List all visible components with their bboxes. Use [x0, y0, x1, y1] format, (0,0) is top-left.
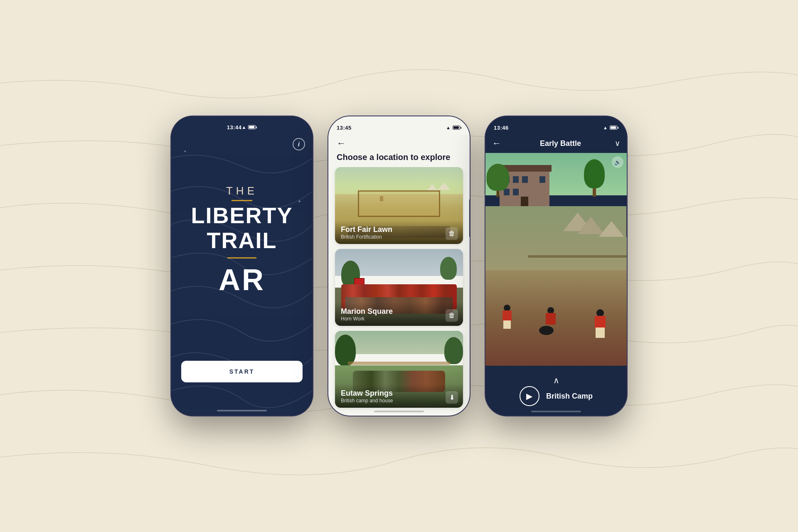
wifi-icon-3: ▲	[603, 125, 608, 130]
sound-symbol: 🔊	[614, 159, 621, 165]
star-5: ·	[295, 391, 296, 394]
ar-midground	[485, 206, 627, 281]
back-button-3[interactable]: ←	[492, 138, 501, 149]
ar-nav-title: Early Battle	[506, 139, 615, 148]
fort-structure	[358, 190, 440, 217]
phone-1-status-bar: 13:44 ▲	[219, 116, 266, 135]
window-6	[513, 189, 519, 195]
phone-3-content: 13:46 ▲ ← Early Battle ∨	[485, 116, 627, 416]
home-indicator-3	[531, 411, 581, 412]
notch-2	[372, 116, 426, 129]
eutaw-card-overlay: Eutaw Springs British camp and house	[335, 384, 463, 408]
phone-1-content: 13:44 ▲ i ✦ · ★ ✦	[171, 116, 313, 416]
back-row: ←	[337, 138, 461, 149]
battery-icon-3	[610, 126, 618, 130]
ar-soldier-2	[539, 307, 562, 340]
sound-icon[interactable]: 🔊	[612, 156, 623, 168]
ar-nav-bar: ← Early Battle ∨	[485, 135, 627, 152]
wifi-icon-2: ▲	[446, 125, 451, 130]
star-2: ·	[180, 183, 181, 187]
battery-icon	[248, 125, 257, 129]
phone-1-status-icons: ▲	[241, 125, 257, 130]
window-4	[539, 176, 545, 183]
location-card-eutaw[interactable]: Eutaw Springs British camp and house ⬇	[335, 331, 463, 408]
eutaw-tree-1	[335, 335, 356, 366]
play-button[interactable]: ▶	[520, 386, 539, 406]
back-button-2[interactable]: ←	[337, 138, 346, 149]
star-3: ★	[298, 200, 301, 203]
tree-foliage	[584, 159, 605, 188]
location-card-fort[interactable]: Fort Fair Lawn British Fortification 🗑	[335, 167, 463, 244]
legs-1	[503, 320, 511, 329]
marion-card-action[interactable]: 🗑	[446, 309, 458, 322]
phone-1: 13:44 ▲ i ✦ · ★ ✦	[171, 116, 313, 416]
fort-card-overlay: Fort Fair Lawn British Fortification	[335, 220, 463, 244]
body-2	[546, 313, 556, 325]
phone-2: 13:45 ▲ ← Choose a location to explore	[328, 116, 470, 416]
phone-1-time: 13:44	[227, 124, 242, 131]
fort-card-subtitle: British Fortification	[341, 234, 457, 240]
ar-bottom-bar: ∧ ▶ British Camp	[485, 366, 627, 416]
topo-bg	[171, 116, 313, 416]
star-4: ✦	[185, 374, 187, 378]
location-card-marion[interactable]: Marion Square Horn Work 🗑	[335, 249, 463, 326]
fort-card-action[interactable]: 🗑	[446, 227, 458, 240]
phone-3: 13:46 ▲ ← Early Battle ∨	[485, 116, 627, 416]
phone-2-screen: 13:45 ▲ ← Choose a location to explore	[328, 116, 470, 416]
body-3	[595, 316, 606, 328]
window-3	[522, 176, 528, 183]
home-indicator-2	[374, 411, 424, 412]
notch-3	[529, 116, 583, 129]
chevron-down-icon[interactable]: ∨	[615, 139, 620, 148]
battery-icon-2	[453, 126, 461, 130]
fort-card-title: Fort Fair Lawn	[341, 225, 457, 234]
phone-2-time: 13:45	[337, 125, 352, 131]
ar-tree-right	[583, 159, 606, 197]
body-1	[502, 310, 512, 321]
marion-card-title: Marion Square	[341, 307, 457, 316]
phones-container: 13:44 ▲ i ✦ · ★ ✦	[171, 116, 627, 416]
phone-3-status-icons: ▲	[603, 125, 618, 130]
marion-card-overlay: Marion Square Horn Work	[335, 302, 463, 326]
wifi-icon: ▲	[241, 125, 246, 130]
phone-2-content: 13:45 ▲ ← Choose a location to explore	[328, 116, 470, 416]
phone-3-screen: 13:46 ▲ ← Early Battle ∨	[485, 116, 627, 416]
ar-bottom-controls: ▶ British Camp	[520, 386, 593, 406]
info-button[interactable]: i	[293, 138, 305, 150]
home-indicator-1	[217, 410, 267, 411]
chevron-up-icon[interactable]: ∧	[553, 375, 559, 385]
ar-soldier-3	[588, 309, 613, 345]
scene-label: British Camp	[546, 392, 593, 401]
ar-tree-left	[485, 164, 510, 197]
ar-scene: 🔊	[485, 153, 627, 366]
eutaw-card-action[interactable]: ⬇	[446, 391, 458, 404]
cauldron	[539, 326, 554, 335]
location-list: Fort Fair Lawn British Fortification 🗑	[328, 167, 470, 416]
eutaw-tree-2	[444, 337, 463, 364]
location-list-title: Choose a location to explore	[337, 152, 461, 162]
phone-2-status-icons: ▲	[446, 125, 461, 130]
window-2	[513, 176, 519, 183]
fort-inner	[380, 196, 383, 201]
legs-3	[596, 328, 605, 338]
eutaw-card-subtitle: British camp and house	[341, 398, 457, 404]
eutaw-card-title: Eutaw Springs	[341, 389, 457, 398]
ar-soldier-1	[497, 305, 517, 334]
tree-foliage-l	[487, 164, 510, 191]
star-1: ✦	[184, 150, 187, 153]
phone-3-time: 13:46	[494, 125, 509, 131]
ar-fence	[528, 255, 627, 258]
location-list-header: ← Choose a location to explore	[328, 135, 470, 167]
marion-card-subtitle: Horn Work	[341, 316, 457, 322]
phone-1-screen: 13:44 ▲ i ✦ · ★ ✦	[171, 116, 313, 416]
